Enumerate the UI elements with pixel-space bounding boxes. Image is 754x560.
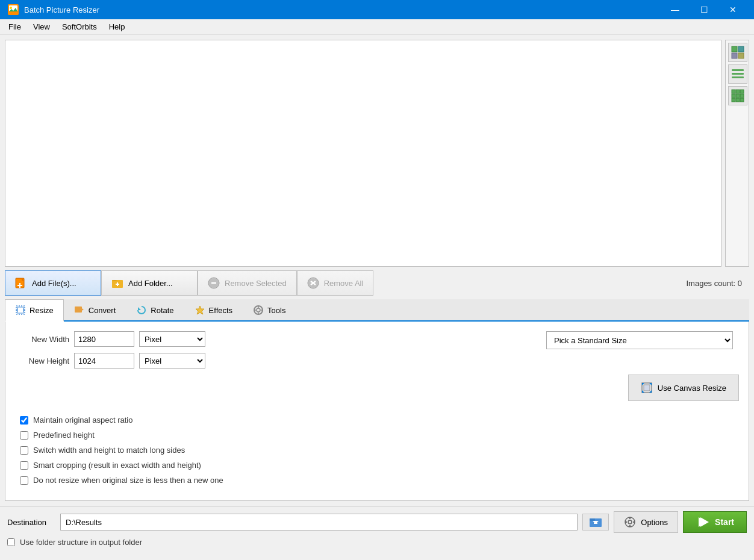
menu-view[interactable]: View [27, 20, 56, 34]
folder-structure-label: Use folder structure in output folder [20, 538, 142, 547]
svg-rect-5 [738, 46, 744, 52]
destination-row: Destination Option [7, 511, 747, 533]
maintain-ratio-label: Maintain original aspect ratio [33, 415, 132, 425]
destination-input[interactable] [60, 514, 578, 530]
no-resize-smaller-label: Do not resize when original size is less… [33, 476, 223, 485]
browse-icon [589, 515, 602, 529]
app-title: Batch Picture Resizer [24, 5, 99, 14]
svg-rect-10 [732, 76, 744, 78]
tab-rotate[interactable]: Rotate [126, 299, 184, 320]
svg-rect-14 [732, 94, 735, 98]
remove-selected-icon [208, 277, 220, 289]
file-toolbar: Add File(s)... Add Folder... Remove Sele… [5, 270, 749, 296]
tab-effects-label: Effects [209, 306, 233, 315]
options-label: Options [641, 518, 668, 527]
width-unit-select[interactable]: Pixel Percent Inch Centimeter [139, 331, 205, 347]
svg-rect-17 [732, 98, 735, 102]
close-button[interactable]: ✕ [719, 0, 747, 19]
grid-view-button[interactable] [728, 86, 747, 105]
destination-label: Destination [7, 518, 55, 527]
svg-rect-6 [732, 53, 737, 58]
remove-all-button[interactable]: Remove All [297, 270, 374, 296]
menu-file[interactable]: File [2, 20, 27, 34]
thumbnail-view-button[interactable] [728, 43, 747, 62]
standard-size-select[interactable]: Pick a Standard Size 640×480 800×600 102… [546, 331, 733, 349]
add-files-icon [15, 277, 27, 289]
maintain-ratio-checkbox[interactable] [20, 416, 28, 425]
tab-effects[interactable]: Effects [184, 299, 243, 320]
effects-icon [195, 305, 205, 316]
new-height-input[interactable] [74, 353, 134, 369]
start-button[interactable]: Start [683, 511, 747, 533]
maintain-ratio-row: Maintain original aspect ratio [15, 415, 739, 425]
destination-browse-button[interactable] [582, 514, 609, 530]
svg-marker-64 [700, 517, 709, 527]
canvas-resize-label: Use Canvas Resize [658, 384, 726, 393]
tab-content-resize: New Width Pixel Percent Inch Centimeter [5, 322, 749, 501]
options-icon [624, 516, 636, 528]
new-width-input[interactable] [74, 331, 134, 347]
tab-tools-label: Tools [267, 306, 285, 315]
svg-rect-7 [738, 53, 744, 58]
predefined-height-label: Predefined height [33, 431, 95, 440]
switch-sides-row: Switch width and height to match long si… [15, 446, 739, 455]
predefined-height-checkbox[interactable] [20, 431, 28, 440]
file-list[interactable] [5, 40, 721, 267]
file-list-area [5, 40, 749, 267]
options-button[interactable]: Options [614, 511, 678, 533]
svg-rect-34 [17, 307, 23, 313]
view-controls [725, 40, 749, 267]
canvas-resize-button[interactable]: Use Canvas Resize [628, 375, 739, 401]
start-label: Start [715, 517, 734, 527]
svg-marker-38 [81, 308, 84, 311]
svg-rect-16 [740, 94, 744, 98]
tab-convert-label: Convert [89, 306, 116, 315]
tab-rotate-label: Rotate [151, 306, 173, 315]
folder-structure-checkbox[interactable] [7, 538, 15, 546]
no-resize-smaller-checkbox[interactable] [20, 476, 28, 485]
tab-panel: Resize Convert [5, 299, 749, 501]
smart-crop-checkbox[interactable] [20, 461, 28, 470]
svg-point-58 [628, 520, 632, 524]
new-width-label: New Width [15, 335, 69, 344]
svg-rect-23 [19, 283, 20, 288]
add-files-button[interactable]: Add File(s)... [5, 270, 101, 296]
new-height-row: New Height Pixel Percent Inch Centimeter [15, 353, 537, 369]
svg-marker-40 [196, 306, 204, 314]
remove-all-icon [307, 277, 319, 289]
menu-softorbits[interactable]: SoftOrbits [56, 20, 103, 34]
svg-rect-8 [732, 69, 744, 71]
svg-rect-15 [736, 94, 740, 98]
svg-rect-13 [740, 90, 744, 93]
add-folder-button[interactable]: Add Folder... [101, 270, 198, 296]
app-icon [7, 4, 19, 16]
canvas-resize-icon [641, 382, 653, 394]
new-height-label: New Height [15, 356, 69, 366]
svg-rect-54 [590, 518, 595, 521]
switch-sides-checkbox[interactable] [20, 446, 28, 455]
svg-rect-56 [594, 523, 597, 524]
tools-icon [253, 305, 264, 316]
switch-sides-label: Switch width and height to match long si… [33, 446, 185, 455]
resize-icon [15, 305, 26, 316]
minimize-button[interactable]: — [661, 0, 689, 19]
tab-tools[interactable]: Tools [243, 299, 296, 320]
svg-marker-39 [138, 307, 141, 310]
svg-rect-9 [732, 73, 744, 75]
svg-rect-48 [644, 385, 650, 391]
list-view-button[interactable] [728, 64, 747, 84]
svg-rect-27 [117, 282, 118, 286]
maximize-button[interactable]: ☐ [690, 0, 718, 19]
svg-rect-18 [736, 98, 740, 102]
predefined-height-row: Predefined height [15, 431, 739, 440]
tab-convert[interactable]: Convert [64, 299, 126, 320]
remove-selected-button[interactable]: Remove Selected [198, 270, 297, 296]
title-bar: Batch Picture Resizer — ☐ ✕ [0, 0, 754, 19]
new-width-row: New Width Pixel Percent Inch Centimeter [15, 331, 537, 347]
no-resize-smaller-row: Do not resize when original size is less… [15, 476, 739, 485]
tab-resize[interactable]: Resize [5, 299, 64, 322]
height-unit-select[interactable]: Pixel Percent Inch Centimeter [139, 353, 205, 369]
menu-bar: File View SoftOrbits Help [0, 19, 754, 35]
menu-help[interactable]: Help [103, 20, 131, 34]
svg-rect-4 [732, 46, 737, 52]
